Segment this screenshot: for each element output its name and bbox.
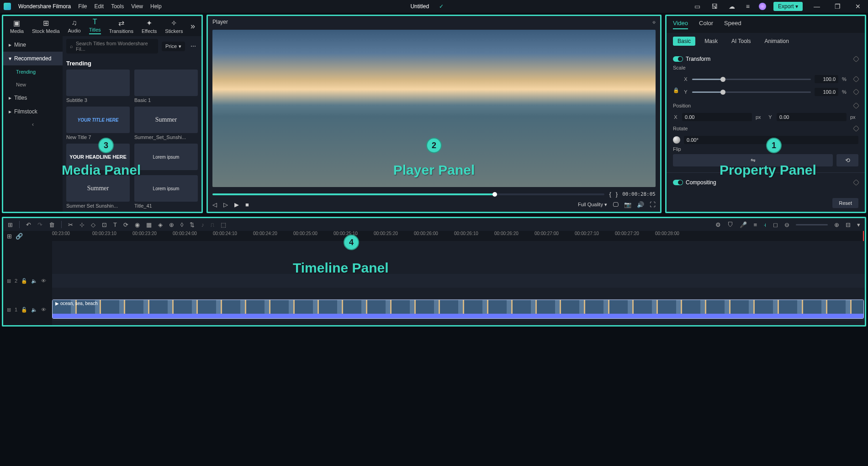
tab-titles[interactable]: TTitles: [85, 18, 105, 34]
reset-all-button[interactable]: Reset: [832, 198, 858, 208]
scale-y-value[interactable]: 100.0: [815, 88, 838, 96]
video-clip[interactable]: ▶ocean, sea, beach: [52, 300, 864, 319]
sidebar-mine[interactable]: ▸Mine: [3, 38, 63, 52]
save-icon[interactable]: 🖫: [709, 3, 720, 10]
tl-track-add-icon[interactable]: ⊞: [7, 233, 12, 240]
tab-effects[interactable]: ✦Effects: [138, 19, 161, 34]
search-input[interactable]: ⌕Search Titles from Wondershare Fil...: [66, 39, 158, 54]
tab-audio[interactable]: ♫Audio: [64, 19, 85, 33]
transform-header[interactable]: Transform: [673, 53, 858, 65]
stop-icon[interactable]: ■: [245, 201, 249, 208]
speed-icon[interactable]: ⟳: [123, 221, 128, 228]
next-frame-icon[interactable]: ▷: [223, 201, 228, 208]
split-icon[interactable]: ⊹: [79, 221, 85, 228]
tl-list-icon[interactable]: ≡: [753, 221, 757, 228]
tl-menu-icon[interactable]: ▾: [857, 221, 860, 228]
tl-link-icon[interactable]: 🔗: [16, 233, 23, 240]
subtab-basic[interactable]: Basic: [673, 37, 695, 46]
cloud-icon[interactable]: ☁: [727, 3, 737, 10]
green-screen-icon[interactable]: ▦: [146, 221, 152, 228]
lock-icon[interactable]: 🔓: [21, 307, 27, 313]
cut-icon[interactable]: ✂: [68, 221, 73, 228]
window-minimize-icon[interactable]: —: [810, 3, 824, 10]
track-head-1[interactable]: ⊞1🔓🔈👁: [3, 299, 52, 321]
redo-icon[interactable]: ↷: [37, 221, 42, 228]
menu-file[interactable]: File: [78, 3, 87, 10]
menu-edit[interactable]: Edit: [95, 3, 104, 10]
snapshot-icon[interactable]: 📷: [624, 201, 631, 208]
compositing-toggle[interactable]: [673, 180, 683, 185]
layout-icon[interactable]: ▭: [693, 3, 702, 10]
mark-in-icon[interactable]: {: [609, 191, 611, 198]
lock-icon[interactable]: 🔓: [21, 278, 27, 284]
play-icon[interactable]: ▶: [234, 201, 239, 208]
tl-frame-icon[interactable]: ◻: [773, 221, 778, 228]
sidebar-trending[interactable]: Trending: [3, 65, 63, 78]
snapshot-compare-icon[interactable]: ⟐: [652, 19, 656, 25]
eye-icon[interactable]: 👁: [41, 307, 46, 312]
tl-mic-icon[interactable]: 🎤: [740, 221, 747, 228]
sidebar-new[interactable]: New: [3, 78, 63, 91]
transform-toggle[interactable]: [673, 56, 683, 62]
position-y-input[interactable]: 0.00: [777, 113, 847, 121]
user-avatar-icon[interactable]: [759, 3, 766, 10]
hamburger-icon[interactable]: ≡: [744, 3, 752, 10]
thumb-new-title-7[interactable]: YOUR TITLE HERENew Title 7: [66, 107, 130, 140]
tabs-overflow-icon[interactable]: »: [191, 21, 199, 31]
mix-icon[interactable]: ⎍: [211, 221, 214, 228]
subtab-mask[interactable]: Mask: [700, 37, 722, 46]
window-maximize-icon[interactable]: ❐: [831, 3, 844, 10]
sidebar-recommended[interactable]: ▾Recommended: [3, 52, 63, 65]
tl-magnet-icon[interactable]: ⫞: [763, 221, 767, 228]
flip-vertical-button[interactable]: ⟲: [836, 154, 858, 166]
zoom-out-icon[interactable]: ⊖: [784, 221, 789, 228]
quality-select[interactable]: Full Quality ▾: [578, 202, 607, 208]
text-icon[interactable]: T: [113, 221, 117, 228]
color-icon[interactable]: ◉: [135, 221, 140, 228]
scale-y-slider[interactable]: [692, 91, 811, 93]
tl-view-icon[interactable]: ⊟: [846, 221, 851, 228]
thumb-summer-sunshine[interactable]: SummerSummer_Set_Sunshi...: [134, 107, 198, 140]
tl-gear-icon[interactable]: ⚙: [715, 221, 721, 228]
position-x-input[interactable]: 0.00: [682, 113, 752, 121]
scale-x-reset-icon[interactable]: [853, 76, 859, 82]
scale-y-reset-icon[interactable]: [853, 89, 859, 95]
tl-layout-icon[interactable]: ⊞: [8, 221, 13, 228]
scale-x-value[interactable]: 100.0: [815, 75, 838, 83]
window-close-icon[interactable]: ✕: [852, 3, 864, 10]
prev-frame-icon[interactable]: ◁: [212, 201, 217, 208]
delete-icon[interactable]: 🗑: [49, 221, 55, 228]
player-progress[interactable]: [212, 193, 604, 195]
sidebar-back-icon[interactable]: ‹: [32, 121, 34, 128]
thumb-title-41[interactable]: Lorem ipsumTitle_41: [134, 175, 198, 209]
menu-tools[interactable]: Tools: [111, 3, 124, 10]
thumb-summer-2[interactable]: SummerSummer Set Sunshin...: [66, 175, 130, 209]
tab-media[interactable]: ▣Media: [6, 19, 28, 34]
menu-help[interactable]: Help: [150, 3, 162, 10]
mute-icon[interactable]: 🔈: [31, 307, 37, 313]
detach-audio-icon[interactable]: ♪: [201, 221, 204, 228]
zoom-in-icon[interactable]: ⊕: [834, 221, 839, 228]
sidebar-filmstock[interactable]: ▸Filmstock: [3, 105, 63, 118]
compositing-header[interactable]: Compositing: [673, 177, 858, 188]
export-button[interactable]: Export ▾: [773, 2, 803, 11]
keyframe-icon[interactable]: ◈: [158, 221, 163, 228]
timeline-track-area[interactable]: ▶ocean, sea, beach: [52, 241, 865, 325]
marker-icon[interactable]: ◊: [180, 221, 183, 228]
filter-price[interactable]: Price▾: [162, 42, 185, 51]
sidebar-titles[interactable]: ▸Titles: [3, 91, 63, 105]
display-icon[interactable]: 🖵: [613, 201, 619, 208]
more-options-icon[interactable]: ⋯: [189, 43, 198, 49]
thumb-subtitle-3[interactable]: Subtitle 3: [66, 70, 130, 103]
zoom-slider[interactable]: [796, 224, 828, 225]
prop-tab-speed[interactable]: Speed: [724, 20, 741, 29]
undo-icon[interactable]: ↶: [26, 221, 31, 228]
position-reset-icon[interactable]: [853, 102, 859, 109]
rotate-reset-icon[interactable]: [853, 125, 859, 132]
fit-icon[interactable]: ⊕: [169, 221, 174, 228]
playhead[interactable]: ✂: [863, 231, 864, 241]
subtab-animation[interactable]: Animation: [760, 37, 793, 46]
adjust-icon[interactable]: ⇅: [190, 221, 195, 228]
tab-transitions[interactable]: ⇄Transitions: [105, 19, 138, 34]
prop-tab-video[interactable]: Video: [673, 20, 688, 29]
